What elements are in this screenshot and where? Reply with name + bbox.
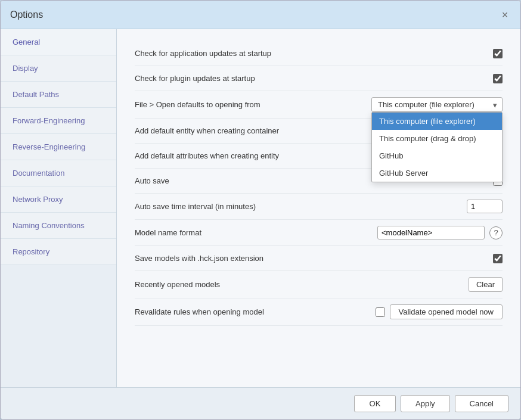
file-open-row: File > Open defaults to opening from Thi…	[135, 91, 503, 119]
auto-save-interval-label: Auto save time interval (in minutes)	[135, 202, 467, 211]
sidebar-item-repository[interactable]: Repository	[1, 239, 116, 265]
check-updates-control	[493, 49, 503, 58]
sidebar-item-display[interactable]: Display	[1, 55, 116, 82]
validate-now-button[interactable]: Validate opened model now	[390, 304, 503, 319]
file-open-control: This computer (file explorer) This compu…	[371, 97, 503, 112]
dropdown-item-github-server[interactable]: GitHub Server	[372, 164, 502, 182]
dropdown-item-github[interactable]: GitHub	[372, 147, 502, 164]
recently-opened-row: Recently opened models Clear	[135, 271, 503, 298]
apply-button[interactable]: Apply	[401, 395, 450, 412]
sidebar-item-general[interactable]: General	[1, 29, 116, 55]
model-name-format-label: Model name format	[135, 228, 377, 237]
model-name-format-row: Model name format ?	[135, 220, 503, 246]
file-open-dropdown: This computer (file explorer) This compu…	[371, 112, 503, 182]
save-hck-json-checkbox[interactable]	[493, 254, 503, 263]
check-updates-checkbox[interactable]	[493, 49, 503, 58]
dialog-body: General Display Default Paths Forward-En…	[1, 29, 520, 387]
auto-save-interval-control	[467, 200, 503, 213]
dropdown-item-file-explorer[interactable]: This computer (file explorer)	[372, 113, 502, 130]
save-hck-json-control	[493, 254, 503, 263]
file-open-label: File > Open defaults to opening from	[135, 100, 371, 109]
revalidate-row: Revalidate rules when opening model Vali…	[135, 298, 503, 326]
options-dialog: Options × General Display Default Paths …	[0, 0, 521, 420]
auto-save-interval-input[interactable]	[467, 200, 503, 213]
clear-button[interactable]: Clear	[469, 277, 503, 292]
revalidate-control: Validate opened model now	[376, 304, 503, 319]
check-plugin-updates-control	[493, 74, 503, 83]
check-updates-label: Check for application updates at startup	[135, 49, 493, 58]
file-open-select-wrapper: This computer (file explorer) This compu…	[371, 97, 503, 112]
sidebar-item-network-proxy[interactable]: Network Proxy	[1, 186, 116, 213]
model-name-format-input[interactable]	[377, 226, 485, 239]
dropdown-item-drag-drop[interactable]: This computer (drag & drop)	[372, 130, 502, 147]
dialog-title: Options	[10, 10, 43, 20]
sidebar-item-default-paths[interactable]: Default Paths	[1, 82, 116, 108]
cancel-button[interactable]: Cancel	[455, 395, 508, 412]
main-content: Check for application updates at startup…	[117, 29, 520, 387]
sidebar-item-reverse-engineering[interactable]: Reverse-Engineering	[1, 134, 116, 160]
close-button[interactable]: ×	[499, 9, 511, 21]
ok-button[interactable]: OK	[354, 395, 396, 412]
recently-opened-label: Recently opened models	[135, 280, 469, 289]
recently-opened-control: Clear	[469, 277, 503, 292]
sidebar-item-forward-engineering[interactable]: Forward-Engineering	[1, 108, 116, 134]
auto-save-interval-row: Auto save time interval (in minutes)	[135, 194, 503, 220]
sidebar: General Display Default Paths Forward-En…	[1, 29, 117, 387]
check-updates-row: Check for application updates at startup	[135, 41, 503, 66]
check-plugin-updates-row: Check for plugin updates at startup	[135, 66, 503, 91]
revalidate-checkbox[interactable]	[376, 307, 385, 317]
check-plugin-updates-checkbox[interactable]	[493, 74, 503, 83]
save-hck-json-row: Save models with .hck.json extension	[135, 246, 503, 271]
model-name-format-control: ?	[377, 226, 503, 239]
file-open-select[interactable]: This computer (file explorer)	[371, 97, 503, 112]
model-name-format-help[interactable]: ?	[489, 226, 503, 239]
revalidate-label: Revalidate rules when opening model	[135, 307, 376, 316]
dialog-footer: OK Apply Cancel	[1, 387, 520, 419]
save-hck-json-label: Save models with .hck.json extension	[135, 254, 493, 263]
sidebar-item-naming-conventions[interactable]: Naming Conventions	[1, 213, 116, 239]
check-plugin-updates-label: Check for plugin updates at startup	[135, 74, 493, 83]
sidebar-item-documentation[interactable]: Documentation	[1, 160, 116, 186]
title-bar: Options ×	[1, 1, 520, 29]
